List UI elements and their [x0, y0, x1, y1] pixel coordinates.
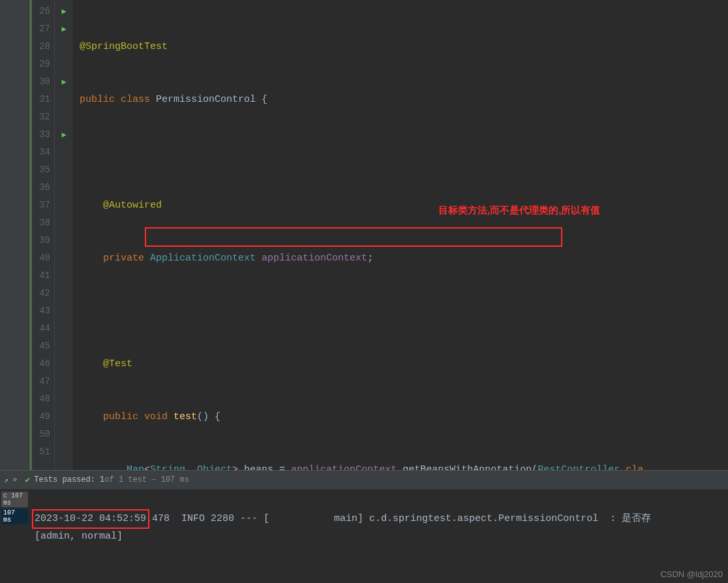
line-number[interactable]: 31	[32, 91, 50, 108]
annotation-text: 目标类方法,而不是代理类的,所以有值	[438, 201, 600, 219]
line-number[interactable]: 43	[32, 302, 50, 320]
annotation: @SpringBootTest	[80, 41, 168, 52]
bean-icon[interactable]: ▶	[61, 77, 66, 87]
run-tool-window: ↗ » ✔ Tests passed: 1 of 1 test – 107 ms…	[0, 470, 728, 583]
line-number[interactable]: 50	[32, 426, 50, 443]
line-number[interactable]: 40	[32, 249, 50, 267]
run-test-icon[interactable]: ▶	[61, 130, 66, 140]
line-number[interactable]: 35	[32, 161, 50, 179]
chevron-icon[interactable]: »	[12, 475, 17, 484]
line-number[interactable]: 51	[32, 443, 50, 461]
watermark: CSDN @ldj2020	[660, 569, 723, 579]
project-tool-stripe[interactable]	[0, 0, 29, 470]
time-chip[interactable]: c 107 ms	[1, 492, 28, 507]
line-number[interactable]: 33	[32, 126, 50, 144]
line-number[interactable]: 42	[32, 285, 50, 302]
output-line: [admin, normal]	[35, 531, 123, 542]
run-test-icon[interactable]: ▶	[61, 24, 66, 34]
line-number[interactable]: 26	[32, 3, 50, 20]
line-number[interactable]: 38	[32, 214, 50, 232]
console-output[interactable]: 2023-10-22 04:52:59.478 INFO 2280 --- [ …	[29, 490, 728, 583]
line-number[interactable]: 46	[32, 355, 50, 373]
tests-passed-label: Tests passed: 1	[34, 475, 104, 484]
line-number[interactable]: 34	[32, 144, 50, 161]
time-chip-selected[interactable]: 107 ms	[1, 509, 28, 524]
line-number[interactable]: 28	[32, 38, 50, 55]
test-status-bar[interactable]: ↗ » ✔ Tests passed: 1 of 1 test – 107 ms	[0, 471, 728, 490]
code-editor[interactable]: @SpringBootTest public class PermissionC…	[73, 0, 728, 470]
test-tree[interactable]: c 107 ms 107 ms	[0, 490, 29, 583]
check-icon: ✔	[25, 475, 30, 485]
export-icon[interactable]: ↗	[4, 475, 8, 485]
editor-area: 26 27 28 29 30 31 32 33 34 35 36 37 38 3…	[0, 0, 728, 470]
line-number[interactable]: 30	[32, 73, 50, 91]
line-number[interactable]: 44	[32, 320, 50, 338]
line-number[interactable]: 45	[32, 338, 50, 355]
line-number[interactable]: 32	[32, 108, 50, 126]
console-panel: c 107 ms 107 ms 2023-10-22 04:52:59.478 …	[0, 490, 728, 583]
line-number[interactable]: 48	[32, 390, 50, 408]
gutter-icons: ▶ ▶ ▶ ▶	[55, 0, 73, 470]
line-number[interactable]: 29	[32, 55, 50, 73]
tests-total-label: of 1 test – 107 ms	[104, 475, 189, 484]
red-highlight-box	[145, 227, 562, 247]
line-number[interactable]: 36	[32, 179, 50, 197]
line-number[interactable]: 49	[32, 408, 50, 426]
run-test-icon[interactable]: ▶	[61, 7, 66, 16]
line-number[interactable]: 39	[32, 232, 50, 249]
line-number[interactable]: 37	[32, 197, 50, 214]
log-line: 2023-10-22 04:52:59.478 INFO 2280 --- [ …	[35, 513, 651, 524]
line-number-gutter[interactable]: 26 27 28 29 30 31 32 33 34 35 36 37 38 3…	[32, 0, 55, 470]
line-number[interactable]: 41	[32, 267, 50, 285]
line-number[interactable]: 27	[32, 20, 50, 38]
line-number[interactable]: 47	[32, 373, 50, 390]
